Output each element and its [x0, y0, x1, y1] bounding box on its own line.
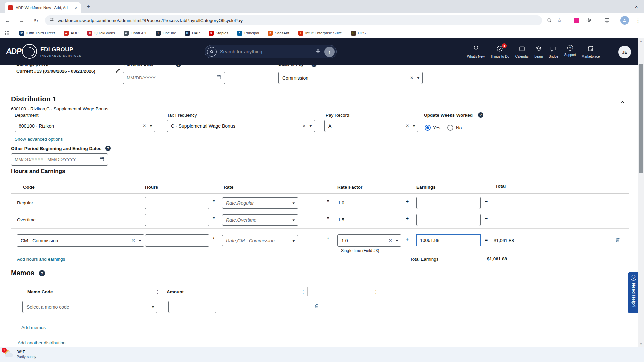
window-maximize-button[interactable]: □ — [613, 0, 629, 13]
clear-icon[interactable]: ✕ — [386, 238, 395, 243]
memo-code-select[interactable]: Select a memo code ▼ — [22, 301, 157, 313]
chevron-down-icon[interactable]: ▼ — [394, 239, 399, 242]
bookmark-item[interactable]: 1One Inc — [156, 31, 176, 36]
extensions-puzzle-icon[interactable] — [584, 17, 592, 24]
column-menu-icon[interactable]: ⋮ — [374, 289, 378, 294]
nav-things-to-do[interactable]: 8 Things to Do — [490, 45, 509, 58]
chevron-down-icon[interactable]: ▼ — [150, 305, 155, 309]
chevron-down-icon[interactable]: ▼ — [291, 201, 296, 205]
nav-marketplace[interactable]: Marketplace — [582, 45, 600, 58]
earnings-input-focused[interactable] — [416, 234, 481, 246]
pay-record-select[interactable]: A ✕ ▼ — [324, 120, 418, 132]
update-weeks-yes-radio[interactable]: Yes — [425, 125, 440, 131]
earnings-input[interactable] — [416, 197, 481, 209]
basis-of-pay-select[interactable]: Commission ✕ ▼ — [278, 72, 423, 84]
advance-date-field[interactable] — [123, 72, 225, 84]
update-weeks-help-icon[interactable]: ? — [478, 112, 483, 118]
need-help-tab[interactable]: ? Need Help? — [628, 272, 639, 313]
bookmark-item[interactable]: UUPS — [351, 31, 366, 36]
add-hours-earnings-link[interactable]: Add hours and earnings — [17, 257, 65, 262]
bookmark-item[interactable]: AADP — [64, 31, 79, 36]
other-period-input[interactable] — [12, 157, 99, 162]
back-button[interactable]: ← — [3, 16, 12, 25]
chevron-down-icon[interactable]: ▼ — [415, 76, 420, 80]
nav-calendar[interactable]: Calendar — [515, 45, 529, 58]
other-period-field[interactable] — [11, 153, 108, 166]
delete-row-trash-icon[interactable] — [615, 237, 621, 244]
hours-input[interactable] — [145, 214, 209, 226]
microphone-icon[interactable] — [315, 48, 321, 55]
rate-select[interactable]: Rate,Regular ▼ — [222, 197, 298, 209]
nav-support[interactable]: ? Support — [564, 45, 576, 58]
clear-icon[interactable]: ✕ — [129, 238, 138, 243]
site-settings-icon[interactable] — [49, 17, 54, 24]
show-advanced-options-link[interactable]: Show advanced options — [15, 137, 63, 142]
delete-memo-trash-icon[interactable] — [314, 303, 320, 311]
tax-frequency-select[interactable]: C - Supplemental Wage Bonus ✕ ▼ — [167, 120, 315, 132]
add-another-distribution-link[interactable]: Add another distribution — [18, 340, 66, 345]
chevron-down-icon[interactable]: ▼ — [137, 239, 142, 242]
weather-widget[interactable]: 1 36°F Partly sunny — [3, 349, 36, 359]
bookmark-item[interactable]: PPrincipal — [237, 31, 259, 36]
scroll-up-arrow[interactable]: ▲ — [638, 40, 644, 43]
add-memos-link[interactable]: Add memos — [21, 325, 46, 330]
chevron-down-icon[interactable]: ▼ — [411, 124, 416, 128]
reload-button[interactable]: ↻ — [32, 16, 40, 25]
clear-icon[interactable]: ✕ — [300, 123, 308, 128]
bookmark-item[interactable]: SStaples — [209, 31, 228, 36]
department-select[interactable]: 600100 - Rizikon ✕ ▼ — [15, 120, 155, 132]
scrollbar-thumb[interactable] — [639, 64, 643, 173]
nav-learn[interactable]: Learn — [534, 45, 543, 58]
browser-tab[interactable]: ADP Workforce Now - Add, Ad ✕ — [5, 2, 81, 13]
browser-menu-kebab-icon[interactable]: ⋮ — [634, 17, 642, 24]
search-submit-button[interactable]: ↑ — [324, 47, 335, 57]
calendar-icon[interactable] — [99, 156, 105, 163]
rate-factor-select[interactable]: 1.0 ✕ ▼ — [337, 234, 401, 247]
hours-input[interactable] — [145, 197, 209, 209]
hours-input[interactable] — [145, 234, 209, 247]
scroll-down-arrow[interactable]: ▼ — [638, 343, 644, 346]
window-minimize-button[interactable]: — — [598, 0, 613, 13]
new-tab-button[interactable]: + — [87, 3, 90, 10]
column-menu-icon[interactable]: ⋮ — [155, 289, 160, 294]
bookmark-item[interactable]: llQuickBooks — [87, 31, 115, 36]
rate-select[interactable]: Rate,Overtime ▼ — [222, 214, 298, 226]
earnings-input[interactable] — [416, 214, 481, 226]
radio-unselected-icon[interactable] — [447, 125, 453, 131]
memos-help-icon[interactable]: ? — [39, 270, 45, 276]
calendar-icon[interactable] — [216, 74, 222, 81]
bookmark-star-icon[interactable]: ☆ — [555, 17, 564, 24]
search-tabs-icon[interactable] — [545, 17, 553, 24]
chevron-down-icon[interactable]: ▼ — [308, 124, 312, 128]
advance-date-input[interactable] — [124, 75, 216, 80]
global-search-bar[interactable]: ↑ — [205, 45, 337, 58]
update-weeks-no-radio[interactable]: No — [447, 125, 462, 131]
chevron-down-icon[interactable]: ▼ — [291, 218, 296, 222]
earning-code-select[interactable]: CM - Commission ✕ ▼ — [17, 234, 144, 247]
collapse-chevron-up-icon[interactable] — [619, 99, 626, 107]
global-search-input[interactable] — [220, 49, 312, 54]
cast-monitor-icon[interactable] — [603, 17, 611, 24]
bookmark-item[interactable]: llIntuit Enterprise Suite — [298, 31, 342, 36]
browser-profile-avatar[interactable] — [620, 16, 629, 25]
nav-bridge[interactable]: Bridge — [549, 45, 558, 58]
column-menu-icon[interactable]: ⋮ — [301, 289, 305, 294]
apps-grid-icon[interactable] — [5, 31, 9, 35]
clear-icon[interactable]: ✕ — [140, 123, 149, 128]
nav-whats-new[interactable]: What's New — [467, 45, 485, 58]
edit-pencil-icon[interactable] — [115, 68, 120, 75]
clear-icon[interactable]: ✕ — [408, 75, 416, 80]
bookmark-item[interactable]: 53Fifth Third Direct — [19, 31, 55, 36]
chevron-down-icon[interactable]: ▼ — [291, 239, 296, 243]
rate-select[interactable]: Rate,CM - Commission ▼ — [222, 235, 298, 246]
address-bar[interactable]: workforcenow.adp.com/theme/admin.html#/P… — [45, 15, 542, 25]
bookmark-item[interactable]: SSaasAnt — [268, 31, 289, 36]
tab-close-icon[interactable]: ✕ — [75, 6, 78, 10]
chevron-down-icon[interactable]: ▼ — [148, 124, 153, 128]
memo-amount-input[interactable] — [168, 301, 216, 313]
extension-pink-icon[interactable] — [572, 17, 580, 24]
bookmark-item[interactable]: ✻ChatGPT — [124, 31, 147, 36]
user-avatar[interactable]: JE — [618, 46, 631, 58]
adp-logo[interactable]: ADP — [6, 47, 21, 56]
forward-button[interactable]: → — [17, 16, 26, 25]
